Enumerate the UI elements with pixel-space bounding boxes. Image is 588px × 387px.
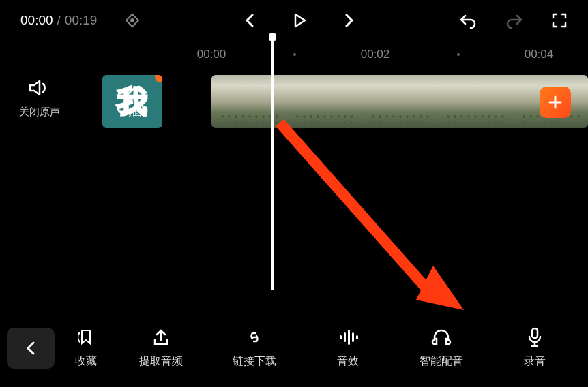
upload-icon (151, 327, 171, 347)
playback-controls (168, 12, 431, 29)
redo-icon[interactable] (505, 12, 524, 29)
video-frame (437, 75, 512, 128)
ruler-mark: 00:00 (197, 48, 226, 61)
svg-rect-5 (352, 332, 354, 342)
tab-extract-audio[interactable]: 提取音频 (114, 327, 207, 369)
tab-smart-dubbing[interactable]: 智能配音 (394, 327, 488, 369)
svg-line-1 (280, 123, 437, 300)
video-frame (211, 75, 286, 128)
svg-rect-4 (348, 330, 350, 345)
fullscreen-icon[interactable] (551, 12, 568, 29)
sound-effect-icon (338, 327, 358, 347)
bottom-toolbar: 收藏 提取音频 链接下载 音效 智能配音 录音 (0, 309, 588, 387)
video-frame (362, 75, 437, 128)
tab-favorites[interactable]: 收藏 (58, 327, 114, 369)
svg-rect-7 (532, 328, 538, 338)
video-frame (286, 75, 362, 128)
headset-icon (431, 327, 452, 347)
svg-rect-2 (340, 335, 342, 339)
back-button[interactable] (7, 328, 55, 369)
top-bar: 00:00 / 00:19 (0, 0, 588, 41)
separator: / (57, 13, 61, 28)
right-controls (458, 12, 568, 29)
keyframe-icon[interactable] (124, 12, 141, 29)
tab-link-download[interactable]: 链接下载 (207, 327, 301, 369)
current-time: 00:00 (20, 13, 53, 28)
add-clip-button[interactable] (540, 87, 571, 118)
ruler-mark: 00:02 (361, 48, 390, 61)
cover-thumbnail[interactable]: 我 封面 (102, 75, 162, 128)
prev-frame-icon[interactable] (243, 12, 256, 29)
play-button[interactable] (291, 12, 308, 29)
next-frame-icon[interactable] (342, 12, 356, 29)
total-time: 00:19 (65, 13, 98, 28)
cover-label: 封面 (123, 106, 142, 119)
undo-icon[interactable] (458, 12, 477, 29)
svg-point-0 (131, 19, 134, 22)
mute-label: 关闭原声 (19, 106, 60, 117)
timeline-area[interactable]: 关闭原声 我 封面 (0, 72, 588, 146)
svg-rect-3 (344, 332, 346, 342)
speaker-icon (10, 78, 68, 100)
svg-rect-6 (356, 335, 358, 339)
timeline-ruler[interactable]: 00:00 00:02 00:04 (0, 48, 588, 68)
tab-record[interactable]: 录音 (488, 327, 581, 369)
video-track[interactable] (211, 75, 588, 128)
playhead[interactable] (271, 37, 274, 290)
time-display: 00:00 / 00:19 (20, 13, 97, 28)
tab-sound-effect[interactable]: 音效 (301, 327, 394, 369)
microphone-icon (527, 327, 543, 347)
link-icon (244, 327, 265, 347)
mute-original-sound-button[interactable]: 关闭原声 (10, 78, 68, 119)
bookmark-icon (78, 327, 94, 347)
edit-icon (123, 84, 141, 105)
ruler-mark: 00:04 (525, 48, 554, 61)
notification-dot-icon (155, 75, 162, 82)
